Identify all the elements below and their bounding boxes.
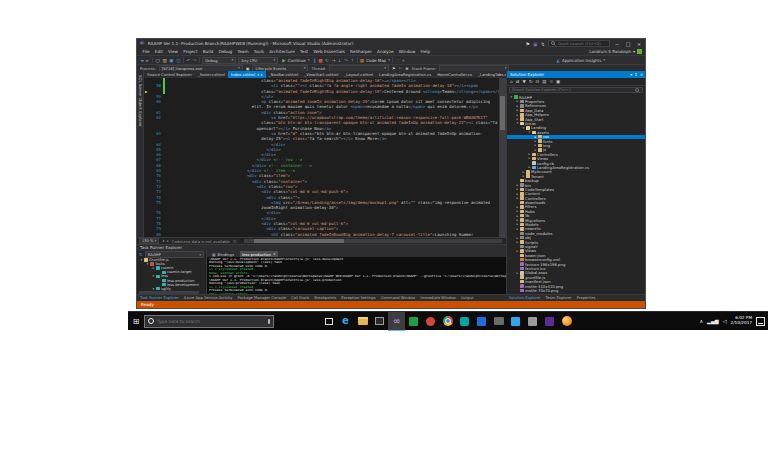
home-icon[interactable]: ⌂ — [510, 78, 513, 86]
preview-selected-icon[interactable]: ▣ — [556, 78, 560, 86]
menu-item[interactable]: View — [166, 49, 181, 54]
volume-icon[interactable]: ◁ — [723, 312, 727, 331]
maximize-button[interactable]: □ — [624, 41, 632, 47]
tray-chevron-icon[interactable]: ∧ — [699, 312, 703, 331]
menu-item[interactable]: Help — [418, 49, 433, 54]
document-tab[interactable]: Source Control Explorer▾ × — [144, 71, 195, 78]
expander-icon[interactable]: ▾ — [515, 121, 520, 125]
panel-tab[interactable]: Team Explorer — [546, 296, 572, 300]
document-tab[interactable]: _Layout.cshtml▾ × — [341, 71, 376, 78]
expander-icon[interactable]: ▸ — [515, 271, 520, 275]
side-tab-sql-server-object-explorer[interactable]: SQL Server Object Explorer — [138, 75, 143, 127]
switch-views-icon[interactable]: ⇄ — [516, 78, 520, 86]
refresh-icon[interactable]: ↻ — [139, 252, 143, 257]
expander-icon[interactable]: ▸ — [515, 196, 520, 200]
panel-tab[interactable]: Solution Explorer — [509, 296, 541, 300]
flag-icon[interactable]: ⚑ — [392, 66, 396, 71]
task-view-icon[interactable] — [320, 312, 337, 331]
menu-item[interactable]: Tools — [251, 49, 267, 54]
solution-tree-item[interactable]: mstile-70x70.png — [507, 288, 645, 292]
close-icon[interactable]: × — [640, 72, 643, 77]
updates-icon[interactable]: ↯ — [541, 40, 545, 48]
window-position-icon[interactable]: ▾ — [630, 72, 632, 77]
menu-item[interactable]: Edit — [152, 49, 165, 54]
code-map-button[interactable]: ▦Code Map▾ — [360, 58, 390, 63]
menu-item[interactable]: Team — [235, 49, 251, 54]
expander-icon[interactable]: ▸ — [151, 266, 156, 270]
toolbar-separator[interactable] — [183, 57, 184, 63]
action-center-icon[interactable] — [756, 317, 765, 326]
menu-item[interactable]: Analyze — [375, 49, 397, 54]
nav-left-icon[interactable]: ◂ — [162, 239, 164, 243]
visual-studio-icon[interactable]: ∞ — [388, 312, 405, 331]
console-app-icon[interactable] — [371, 312, 388, 331]
task-output-console[interactable]: \RAAHP Ver 1.1- Production Branch\RAAHP\… — [207, 257, 506, 295]
code-editor[interactable]: class="animated fadeInRightBig animation… — [144, 78, 499, 237]
document-tab[interactable]: _footer.cshtml▾ × — [195, 71, 228, 78]
solution-search-input[interactable] — [512, 88, 633, 92]
panel-tab[interactable]: Exception Settings — [341, 296, 375, 300]
network-icon[interactable]: ▂▄▆ — [707, 312, 719, 331]
tab-overflow-icon[interactable]: ▾ — [497, 72, 503, 77]
document-tab[interactable]: _NavBar.cshtml▾ × — [266, 71, 301, 78]
threads-list-icon[interactable]: ≡ — [405, 66, 408, 71]
panel-tab[interactable]: Immediate Window — [420, 296, 456, 300]
editor-zoom-dropdown[interactable]: 130 %▾ — [139, 238, 159, 244]
file-explorer-icon[interactable] — [354, 312, 371, 331]
expander-icon[interactable]: ▾ — [527, 130, 532, 134]
application-insights-button[interactable]: ◭Application Insights▾ — [557, 58, 646, 63]
nav-right-icon[interactable]: ▸ — [167, 239, 169, 243]
tab-pin-close-icons[interactable]: ▾ × — [257, 73, 263, 77]
quick-launch-input[interactable] — [558, 41, 607, 46]
taskbar-search-input[interactable] — [157, 319, 265, 324]
menu-item[interactable]: Test — [297, 49, 310, 54]
scrollbar-thumb[interactable] — [500, 96, 505, 130]
document-tab[interactable]: _ViewStart.cshtml▾ × — [301, 71, 341, 78]
expander-icon[interactable]: ▸ — [527, 156, 532, 160]
chrome-icon[interactable] — [439, 312, 456, 331]
editor-vertical-scrollbar[interactable] — [499, 78, 506, 237]
account-signin[interactable]: Landrum S Randolph ▾ — [589, 49, 645, 54]
scrollbar-thumb[interactable] — [254, 239, 344, 243]
toolbar-separator[interactable] — [152, 57, 153, 63]
collapse-all-icon[interactable]: ⊟ — [536, 78, 540, 86]
expander-icon[interactable]: ▾ — [521, 126, 526, 130]
app-green-icon[interactable] — [405, 312, 422, 331]
panel-tab[interactable]: Call Stack — [291, 296, 309, 300]
menu-item[interactable]: ReSharper — [347, 49, 374, 54]
folder-dark-icon[interactable] — [490, 312, 507, 331]
app-blue-icon[interactable] — [473, 312, 490, 331]
app-red-icon[interactable] — [422, 312, 439, 331]
toolbar-separator[interactable] — [357, 57, 358, 63]
pending-filter-icon[interactable]: ▼ — [522, 78, 525, 86]
menu-item[interactable]: Window — [396, 49, 418, 54]
expander-icon[interactable]: ▸ — [515, 249, 520, 253]
panel-tab[interactable]: Properties — [577, 296, 596, 300]
app-purple-icon[interactable] — [541, 312, 558, 331]
menu-item[interactable]: Build — [200, 49, 216, 54]
app-lightblue-icon[interactable] — [507, 312, 524, 331]
app-teal-icon[interactable] — [456, 312, 473, 331]
platform-dropdown[interactable]: Any CPU▾ — [238, 57, 278, 64]
close-icon[interactable]: × — [273, 252, 276, 256]
notifications-icon[interactable]: ▣ — [533, 40, 538, 48]
panel-tab[interactable]: Output — [461, 296, 474, 300]
document-tab[interactable]: HomeController.cs▾ × — [434, 71, 475, 78]
pin-icon[interactable]: ↧ — [634, 72, 637, 77]
taskbar-search[interactable] — [144, 315, 274, 328]
edge-icon[interactable]: e — [337, 312, 354, 331]
minimize-button[interactable]: ─ — [613, 41, 621, 47]
menu-item[interactable]: Web Essentials — [311, 49, 348, 54]
expander-icon[interactable]: ▾ — [145, 262, 150, 266]
toolbar-separator[interactable] — [199, 57, 200, 63]
expander-icon[interactable]: ▾ — [139, 258, 144, 262]
panel-tab[interactable]: Azure App Service Activity — [184, 296, 233, 300]
show-all-files-icon[interactable]: ▤ — [542, 78, 546, 86]
expander-icon[interactable]: ▾ — [509, 95, 514, 99]
info-icon[interactable]: ⓘ — [233, 239, 237, 244]
toolbar-separator[interactable] — [392, 57, 393, 63]
document-tab[interactable]: Index.cshtml▾ × — [228, 71, 266, 78]
document-tab[interactable]: LandingAreaRegistration.cs▾ × — [376, 71, 434, 78]
expander-icon[interactable]: ▾ — [151, 274, 156, 278]
panel-tab[interactable]: Breakpoints — [314, 296, 336, 300]
